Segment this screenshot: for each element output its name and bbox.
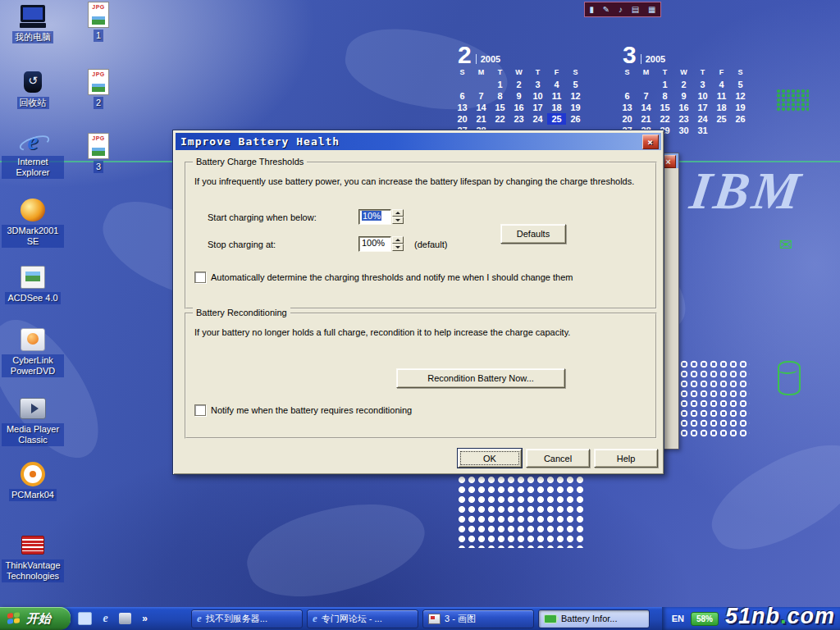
calendar-weekday: T: [528, 68, 547, 79]
calendar-weekday: F: [547, 68, 566, 79]
toolbar-icon[interactable]: ♪: [619, 6, 623, 14]
desktop-icon-acdsee[interactable]: ACDSee 4.0: [2, 264, 64, 304]
recondition-battery-button[interactable]: Recondition Battery Now...: [396, 368, 565, 388]
taskbar-item-forum[interactable]: e 专门网论坛 - ...: [307, 609, 418, 628]
notify-reconditioning-checkbox[interactable]: [194, 404, 206, 416]
language-indicator[interactable]: EN: [672, 614, 684, 623]
cancel-button[interactable]: Cancel: [526, 449, 590, 468]
calendar-day: 21: [472, 113, 491, 125]
calendar-day: 18: [712, 102, 731, 113]
default-note: (default): [414, 240, 447, 249]
desktop-icon-recycle-bin[interactable]: 回收站: [2, 69, 64, 109]
desktop-icon-internet-explorer[interactable]: Internet Explorer: [2, 128, 64, 179]
calendar-day: 14: [472, 102, 491, 113]
calendar-weekday: S: [453, 68, 472, 79]
envelope-icon: ✉: [779, 235, 793, 254]
calendar-day: 15: [491, 102, 509, 113]
spin-down-icon[interactable]: [392, 217, 404, 224]
group-title: Battery Reconditioning: [193, 308, 290, 317]
media-player-quicklaunch-icon[interactable]: [119, 613, 131, 624]
taskbar-item-label: Battery Infor...: [561, 614, 617, 623]
auto-determine-checkbox[interactable]: [194, 272, 206, 283]
calendar-day: 13: [618, 102, 637, 113]
internet-explorer-icon: [18, 128, 48, 154]
calendar-day: 26: [566, 113, 585, 125]
desktop-icon-label: PCMark04: [9, 489, 57, 501]
desktop-icon-jpg-2[interactable]: 2: [67, 69, 130, 109]
jpg-file-icon: [84, 2, 113, 28]
quicklaunch-overflow-chevron-icon[interactable]: »: [139, 613, 151, 624]
calendar-weekday: S: [566, 68, 585, 79]
improve-battery-health-dialog: Improve Battery Health × Battery Charge …: [172, 130, 664, 475]
calendar-day: 6: [453, 90, 472, 102]
taskbar-item-server-not-found[interactable]: e 找不到服务器...: [191, 609, 303, 628]
calendar-day: 19: [566, 102, 585, 113]
watermark-prefix: 51nb: [725, 604, 780, 628]
toolbar-icon[interactable]: ▮: [589, 6, 594, 14]
calendar-day: 20: [453, 113, 472, 125]
dialog-close-icon[interactable]: ×: [642, 135, 659, 149]
dialog-title: Improve Battery Health: [180, 135, 340, 148]
calendar-header: 3 2005: [623, 44, 750, 66]
calendar-day: 12: [731, 90, 750, 102]
calendar-weekday: T: [655, 68, 674, 79]
wallpaper-leaf-shape: [239, 486, 434, 613]
spin-up-icon[interactable]: [392, 209, 404, 217]
desktop-icon-my-computer[interactable]: 我的电脑: [2, 3, 64, 43]
calendar-day: 1: [655, 79, 674, 90]
taskbar-item-battery-information[interactable]: Battery Infor...: [538, 609, 650, 628]
desktop-icon-jpg-1[interactable]: 1: [67, 2, 130, 42]
spin-up-icon[interactable]: [392, 236, 404, 244]
desktop-icon-jpg-3[interactable]: 3: [67, 133, 130, 173]
start-button-label: 开始: [26, 611, 51, 627]
calendar-weekday-row: SMTWTFS: [618, 68, 750, 79]
thresholds-description: If you infrequently use battery power, y…: [194, 176, 634, 186]
ok-button[interactable]: OK: [458, 449, 522, 468]
taskbar-item-paint[interactable]: 3 - 画图: [422, 609, 534, 628]
calendar-year: 2005: [641, 54, 665, 64]
acdsee-icon: [18, 264, 48, 290]
defaults-button[interactable]: Defaults: [500, 224, 566, 244]
spin-down-icon[interactable]: [392, 244, 404, 251]
calendar-day: 10: [693, 90, 712, 102]
calendar-day: 25: [712, 113, 731, 125]
calendar-weekday: S: [618, 68, 637, 79]
dialog-titlebar[interactable]: Improve Battery Health ×: [176, 133, 661, 150]
desktop-icon-media-player-classic[interactable]: Media Player Classic: [2, 395, 64, 446]
stop-threshold-input[interactable]: 100%: [358, 236, 391, 252]
desktop-icon-label: 回收站: [17, 97, 49, 109]
wallpaper-green-grid: [776, 89, 809, 112]
start-button[interactable]: 开始: [0, 607, 71, 630]
start-threshold-input[interactable]: 10%: [358, 209, 391, 225]
recycle-bin-icon: [18, 69, 48, 95]
toolbar-icon[interactable]: ▤: [632, 6, 639, 14]
calendar-day: 10: [528, 90, 547, 102]
calendar-day: 4: [547, 79, 566, 90]
desktop-icon-label: Internet Explorer: [2, 156, 64, 179]
desktop-icon-pcmark04[interactable]: PCMark04: [2, 461, 64, 501]
toolbar-icon[interactable]: ▦: [648, 6, 655, 14]
calendar-day: 13: [453, 102, 472, 113]
desktop-icon-powerdvd[interactable]: CyberLink PowerDVD: [2, 326, 64, 377]
desktop-icon-label: ThinkVantage Technologies: [2, 559, 64, 582]
calendar-day: 3: [693, 79, 712, 90]
desktop-icon-3dmark2001[interactable]: 3DMark2001 SE: [2, 197, 64, 248]
battery-tray-indicator[interactable]: 58%: [691, 612, 719, 626]
desktop-icon-thinkvantage[interactable]: ThinkVantage Technologies: [2, 532, 64, 582]
help-button[interactable]: Help: [594, 449, 658, 468]
calendar-weekday: M: [472, 68, 491, 79]
internet-explorer-quicklaunch-icon[interactable]: e: [99, 613, 112, 624]
calendar-day: 5: [731, 79, 750, 90]
wallpaper-leaf-shape: [698, 423, 840, 569]
toolbar-icon[interactable]: ✎: [603, 6, 609, 14]
desktop-icon-label: Media Player Classic: [2, 423, 64, 446]
calendar-day: 22: [655, 113, 674, 125]
calendar-day: 1: [491, 79, 509, 90]
stop-charging-label: Stop charging at:: [208, 240, 276, 249]
calendar-weekday: T: [491, 68, 509, 79]
calendar-day: 4: [712, 79, 731, 90]
calendar-weekday: F: [712, 68, 731, 79]
show-desktop-icon[interactable]: [78, 612, 92, 625]
calendar-day: 30: [674, 125, 693, 136]
floating-toolbar: ▮✎♪▤▦: [584, 2, 661, 17]
